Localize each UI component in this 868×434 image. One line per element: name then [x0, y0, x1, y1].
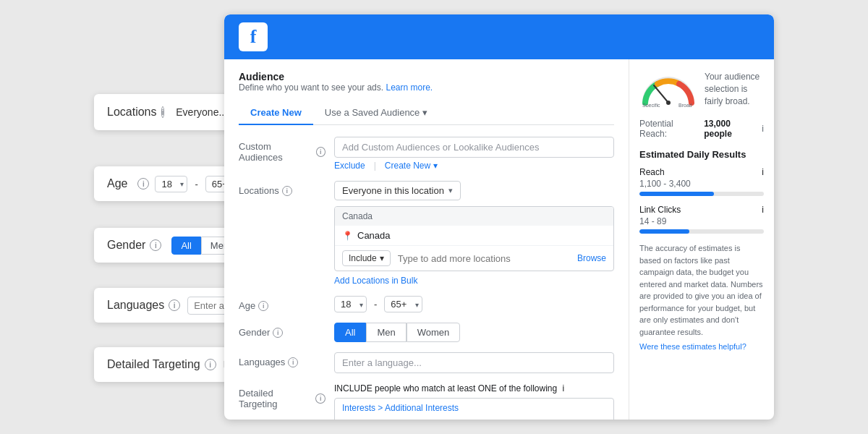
detailed-form-label: Detailed Targeting i: [239, 383, 326, 409]
location-search-input[interactable]: [393, 252, 574, 265]
custom-audiences-links: Exclude | Create New ▾: [334, 161, 614, 171]
location-pin-icon: 📍: [342, 231, 353, 241]
audience-subtitle: Define who you want to see your ads. Lea…: [239, 82, 614, 93]
floating-locations-card: Locations i Everyone...: [94, 94, 239, 130]
location-item: 📍 Canada: [335, 226, 613, 245]
reach-info-icon[interactable]: i: [762, 167, 764, 177]
include-arrow: ▾: [380, 253, 384, 263]
locations-row: Locations i Everyone in this location ▾ …: [239, 181, 614, 286]
accuracy-text: The accuracy of estimates is based on fa…: [639, 242, 764, 338]
gender-buttons: All Men Women: [334, 323, 614, 342]
reach-bar: [639, 192, 764, 196]
gender-all-form-button[interactable]: All: [334, 323, 366, 342]
reach-bar-fill: [639, 192, 714, 196]
gauge-description: Your audience selection is fairly broad.: [705, 71, 764, 107]
link-clicks-result: Link Clicks i 14 - 89: [639, 205, 764, 234]
detailed-targeting-row: Detailed Targeting i INCLUDE people who …: [239, 383, 614, 420]
languages-form-info-icon[interactable]: i: [288, 357, 298, 367]
facebook-logo: f: [239, 22, 268, 51]
age-form-info-icon[interactable]: i: [258, 301, 268, 311]
include-select[interactable]: Include ▾: [342, 250, 391, 266]
dt-include-info-icon[interactable]: i: [563, 383, 565, 393]
svg-point-1: [666, 101, 671, 105]
reach-result: Reach i 1,100 - 3,400: [639, 167, 764, 196]
estimated-results-section: Estimated Daily Results Reach i 1,100 - …: [639, 149, 764, 351]
svg-text:Specific: Specific: [642, 103, 660, 107]
dt-tag: Clean technology: [335, 417, 613, 420]
languages-info-icon[interactable]: i: [169, 299, 180, 311]
helpful-link[interactable]: Were these estimates helpful?: [639, 342, 764, 351]
audience-header: Audience Define who you want to see your…: [239, 71, 614, 93]
link-clicks-bar: [639, 229, 764, 234]
everyone-label: Everyone...: [176, 106, 227, 118]
age-selects: 18 - 65+: [334, 296, 614, 312]
exclude-link[interactable]: Exclude: [334, 161, 365, 171]
reach-label: Reach i: [639, 167, 764, 177]
locations-form-info-icon[interactable]: i: [282, 186, 292, 196]
add-locations-bulk-link[interactable]: Add Locations in Bulk: [334, 276, 417, 286]
age-info-icon[interactable]: i: [137, 178, 149, 190]
gender-form-label: Gender i: [239, 323, 326, 338]
age-label: Age: [107, 177, 127, 190]
age-row: Age i 18 -: [239, 296, 614, 312]
locations-label: Locations: [107, 106, 157, 119]
locations-form-label: Locations i: [239, 181, 326, 196]
create-new-link[interactable]: Create New ▾: [385, 161, 438, 171]
locations-control: Everyone in this location ▾ Canada 📍 Can…: [334, 181, 614, 286]
reach-range: 1,100 - 3,400: [639, 179, 764, 189]
dt-box: Interests > Additional Interests Clean t…: [334, 398, 614, 420]
location-country-header: Canada: [335, 207, 613, 226]
gender-women-form-button[interactable]: Women: [407, 323, 461, 342]
age-control: 18 - 65+: [334, 296, 614, 312]
gender-form-info-icon[interactable]: i: [273, 328, 283, 338]
potential-reach-info-icon[interactable]: i: [762, 124, 764, 134]
gender-men-form-button[interactable]: Men: [366, 323, 406, 342]
svg-text:Broad: Broad: [678, 103, 692, 107]
potential-reach: Potential Reach: 13,000 people i: [639, 119, 764, 139]
link-clicks-info-icon[interactable]: i: [762, 205, 764, 215]
age-from-form-select[interactable]: 18: [334, 296, 367, 312]
gender-label: Gender: [107, 239, 145, 252]
location-browse-button[interactable]: Browse: [577, 253, 606, 263]
tab-dropdown-arrow: ▾: [422, 107, 427, 118]
languages-control: [334, 352, 614, 373]
detailed-info-icon[interactable]: i: [205, 359, 216, 370]
tab-create-new[interactable]: Create New: [239, 101, 313, 125]
gauge-container: Specific Broad Your audience selection i…: [639, 71, 764, 107]
form-area: Audience Define who you want to see your…: [224, 59, 629, 420]
dt-breadcrumb: Interests > Additional Interests: [335, 399, 613, 417]
age-form-label: Age i: [239, 296, 326, 311]
audience-tabs: Create New Use a Saved Audience ▾: [239, 101, 614, 125]
tab-saved-audience[interactable]: Use a Saved Audience ▾: [313, 101, 440, 125]
location-dropdown[interactable]: Everyone in this location ▾: [334, 181, 461, 200]
link-clicks-bar-fill: [639, 229, 689, 234]
languages-row: Languages i: [239, 352, 614, 373]
gender-all-button[interactable]: All: [171, 237, 200, 255]
svg-line-0: [654, 85, 668, 103]
location-dropdown-arrow: ▾: [448, 186, 453, 195]
gender-row: Gender i All Men Women: [239, 323, 614, 342]
detailed-label: Detailed Targeting: [107, 358, 200, 371]
location-name: Canada: [357, 230, 391, 241]
gender-info-icon[interactable]: i: [150, 239, 161, 251]
languages-label: Languages: [107, 299, 164, 312]
custom-audiences-label: Custom Audiences i: [239, 137, 326, 163]
learn-more-link[interactable]: Learn more.: [386, 82, 433, 93]
custom-audiences-row: Custom Audiences i Exclude | Create New …: [239, 137, 614, 171]
link-clicks-label: Link Clicks i: [639, 205, 764, 215]
location-box: Canada 📍 Canada Include ▾: [334, 206, 614, 271]
age-from-select[interactable]: 18: [155, 176, 187, 192]
detailed-control: INCLUDE people who match at least ONE of…: [334, 383, 614, 420]
custom-audiences-input[interactable]: [334, 137, 614, 158]
custom-audiences-info-icon[interactable]: i: [316, 147, 326, 157]
location-actions: Include ▾ Browse: [335, 245, 613, 271]
age-to-form-select[interactable]: 65+: [384, 296, 422, 312]
locations-info-icon[interactable]: i: [161, 106, 165, 118]
facebook-header: f: [224, 14, 774, 59]
gauge-section: Specific Broad Your audience selection i…: [639, 71, 764, 107]
dt-include-text: INCLUDE people who match at least ONE of…: [334, 383, 614, 393]
detailed-form-info-icon[interactable]: i: [315, 393, 326, 404]
estimated-title: Estimated Daily Results: [639, 149, 764, 160]
languages-input[interactable]: [334, 352, 614, 373]
panel-content: Audience Define who you want to see your…: [224, 59, 774, 420]
